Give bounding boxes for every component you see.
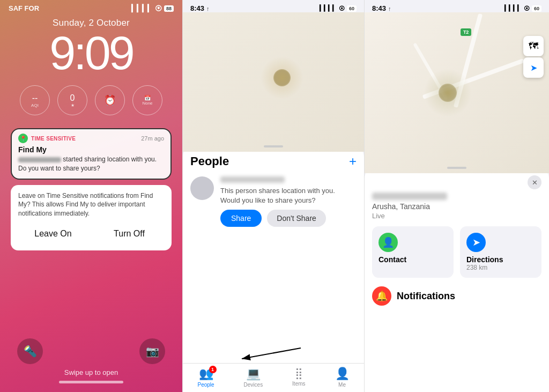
people-header: People + [190, 154, 357, 169]
me-tab-label: Me [338, 382, 346, 388]
share-buttons: Share Don't Share [220, 210, 357, 227]
status-bar-2: 8:43 ↑ ▎▎▎▎ ⦿ 60 [183, 0, 364, 12]
notifications-bell-icon: 🔔 [372, 286, 391, 306]
person-card: This person shares location with you. Wo… [190, 176, 357, 227]
widget-star: 0 ★ [57, 85, 87, 115]
blob-inner-3 [439, 84, 457, 102]
status-bar-3: 8:43 ↑ ▎▎▎▎ ⦿ 60 [365, 0, 549, 12]
directions-label: Directions [466, 255, 535, 264]
widgets-row: -- AQI 0 ★ ⏰ 📅 None [20, 85, 162, 115]
dont-share-button[interactable]: Don't Share [267, 210, 326, 227]
notifications-row: 🔔 Notifications [372, 286, 541, 306]
arrow-annotation [231, 343, 317, 369]
sender-name-blurred [18, 157, 61, 162]
status-icons-3: ▎▎▎▎ ⦿ 60 [505, 5, 541, 12]
findmy-icon: 📍 [18, 134, 28, 143]
close-btn-row: ✕ [372, 175, 541, 189]
map-controls: 🗺 ➤ [523, 36, 544, 78]
detail-city: Arusha, Tanzania [372, 202, 541, 211]
detail-actions: 👤 Contact ➤ Directions 238 km [372, 226, 541, 278]
tab-people[interactable]: 👥 1 People [197, 367, 214, 388]
person-name-blurred-3 [372, 193, 447, 200]
person-info: This person shares location with you. Wo… [220, 176, 357, 227]
sensitive-buttons[interactable]: Leave On Turn Off [18, 224, 164, 244]
person-avatar [190, 176, 214, 200]
status-left-2: 8:43 ↑ [190, 4, 210, 12]
battery-3: 60 [532, 5, 541, 12]
contact-card[interactable]: 👤 Contact [372, 226, 454, 278]
directions-sub: 238 km [466, 264, 535, 271]
people-tab-label: People [197, 382, 214, 388]
lockscreen-actions: 🔦 📷 [0, 338, 182, 364]
notif-time: 27m ago [141, 135, 164, 142]
tab-devices[interactable]: 💻 Devices [244, 367, 263, 388]
notification-card: 📍 TIME SENSITIVE 27m ago Find My started… [11, 128, 172, 180]
notif-body: started sharing location with you. Do yo… [12, 155, 170, 179]
detail-sheet: ✕ Arusha, Tanzania Live 👤 Contact ➤ Dire… [365, 168, 549, 392]
detail-live-status: Live [372, 212, 541, 220]
contact-icon: 👤 [379, 233, 398, 252]
location-blob-2 [261, 56, 303, 99]
location-arrow-icon-2: ↑ [206, 5, 210, 12]
drag-indicator-3 [447, 167, 466, 169]
devices-tab-label: Devices [244, 382, 263, 388]
blob-outer-2 [261, 56, 303, 99]
add-people-button[interactable]: + [349, 154, 357, 169]
blob-outer-3 [424, 69, 472, 117]
findmy-people-phone: 8:43 ↑ ▎▎▎▎ ⦿ 60 People + This person s [182, 0, 365, 392]
drag-indicator-2 [264, 145, 283, 147]
share-button[interactable]: Share [220, 210, 262, 227]
status-time-2: 8:43 [190, 4, 204, 12]
my-location-button[interactable]: ➤ [523, 57, 544, 78]
blob-inner-2 [273, 69, 291, 86]
tab-bar: 👥 1 People 💻 Devices ⣿ Items 👤 Me [183, 363, 364, 392]
camera-button[interactable]: 📷 [139, 338, 165, 364]
battery-2: 60 [347, 5, 357, 12]
notifications-label: Notifications [397, 291, 455, 302]
directions-card[interactable]: ➤ Directions 238 km [460, 226, 541, 278]
lock-time: 9:09 [49, 29, 132, 77]
people-title: People [190, 154, 229, 168]
map-area-3: T2 🗺 ➤ [365, 12, 549, 173]
status-left-3: 8:43 ↑ [372, 4, 391, 12]
signal-icon-3: ▎▎▎▎ [505, 5, 522, 12]
battery-badge-1: 88 [164, 5, 174, 12]
status-bar-1: SAF FOR ▎▎▎▎ ⦿ 88 [0, 0, 182, 12]
map-area-2 [183, 12, 364, 152]
close-detail-button[interactable]: ✕ [528, 175, 541, 189]
widget-calendar: 📅 None [132, 85, 162, 115]
sensitive-banner: Leave on Time Sensitive notifications fr… [11, 185, 172, 250]
time-sensitive-label: TIME SENSITIVE [31, 136, 76, 142]
widget-clock: ⏰ [95, 85, 125, 115]
signal-icon: ▎▎▎▎ [131, 4, 153, 12]
turn-off-button[interactable]: Turn Off [94, 224, 164, 244]
wifi-icon-2: ⦿ [339, 5, 345, 12]
wifi-icon: ⦿ [155, 4, 162, 12]
tab-items[interactable]: ⣿ Items [292, 367, 305, 388]
me-tab-icon: 👤 [335, 367, 350, 381]
status-time-3: 8:43 [372, 4, 386, 12]
swipe-label: Swipe up to open [64, 368, 118, 376]
contact-label: Contact [379, 255, 447, 264]
notif-app-row: 📍 TIME SENSITIVE [18, 134, 76, 143]
widget-aqi: -- AQI [20, 85, 50, 115]
carrier-label: SAF FOR [9, 4, 39, 12]
highway-sign: T2 [461, 28, 472, 36]
notif-title: Find My [12, 145, 170, 155]
signal-icon-2: ▎▎▎▎ [320, 5, 337, 12]
person-name-blurred [220, 176, 285, 183]
sensitive-banner-text: Leave on Time Sensitive notifications fr… [18, 192, 153, 218]
tab-me[interactable]: 👤 Me [335, 367, 350, 388]
location-arrow-icon-3: ↑ [388, 5, 391, 12]
flashlight-button[interactable]: 🔦 [17, 338, 43, 364]
leave-on-button[interactable]: Leave On [18, 224, 88, 244]
wifi-icon-3: ⦿ [524, 5, 530, 12]
items-tab-label: Items [292, 381, 305, 387]
location-blob-3 [424, 69, 472, 117]
people-tab-badge: 1 [209, 366, 217, 373]
map-detail-phone: 8:43 ↑ ▎▎▎▎ ⦿ 60 T2 🗺 ➤ [365, 0, 549, 392]
lockscreen-phone: SAF FOR ▎▎▎▎ ⦿ 88 Sunday, 2 October 9:09… [0, 0, 182, 392]
map-type-button[interactable]: 🗺 [523, 36, 544, 56]
notif-header: 📍 TIME SENSITIVE 27m ago [12, 129, 170, 145]
lockscreen-bottom: 🔦 📷 Swipe up to open [0, 338, 182, 392]
